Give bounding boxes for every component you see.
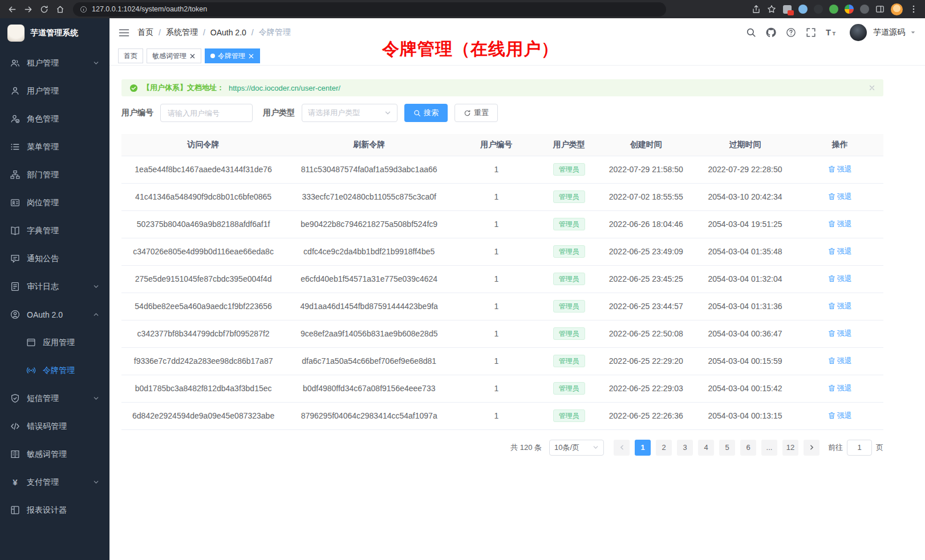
page-ellipsis[interactable]: ...: [761, 440, 777, 456]
user-type-select[interactable]: 请选择用户类型: [302, 104, 397, 122]
reset-button[interactable]: 重置: [455, 104, 498, 122]
address-bar[interactable]: 127.0.0.1:1024/system/oauth2/token: [73, 2, 666, 17]
tab-sensitive-word[interactable]: 敏感词管理: [147, 48, 201, 63]
sidebar-item-sms[interactable]: 短信管理: [0, 384, 109, 412]
browser-home-button[interactable]: [52, 2, 67, 17]
extension-icon-1[interactable]: [782, 5, 792, 14]
browser-back-button[interactable]: [5, 2, 19, 17]
help-icon[interactable]: [786, 27, 796, 38]
page-button-6[interactable]: 6: [740, 440, 756, 456]
sidebar-item-role[interactable]: 角色管理: [0, 105, 109, 133]
force-logout-label: 强退: [837, 164, 852, 175]
alert-close-icon[interactable]: [869, 84, 875, 91]
sidebar-item-menu[interactable]: 菜单管理: [0, 133, 109, 161]
breadcrumb-item[interactable]: 系统管理: [166, 27, 198, 38]
expire-time-cell: 2054-03-04 01:31:36: [693, 293, 796, 320]
extension-icon-5[interactable]: [845, 5, 854, 14]
sidebar-toggle-button[interactable]: [119, 28, 129, 38]
search-icon[interactable]: [746, 27, 756, 38]
sidebar-item-tenant[interactable]: 租户管理: [0, 49, 109, 77]
sidebar-item-notice[interactable]: 通知公告: [0, 245, 109, 273]
sidebar-item-oauth2[interactable]: OAuth 2.0: [0, 301, 109, 328]
browser-forward-button[interactable]: [21, 2, 35, 17]
user-id-input[interactable]: [160, 104, 253, 122]
github-icon[interactable]: [766, 27, 776, 38]
sidebar-item-audit-log[interactable]: 审计日志: [0, 273, 109, 301]
force-logout-button[interactable]: 强退: [828, 192, 852, 202]
force-logout-button[interactable]: 强退: [828, 383, 852, 393]
sidebar-item-sensitive-word[interactable]: 敏感词管理: [0, 440, 109, 468]
force-logout-button[interactable]: 强退: [828, 246, 852, 257]
access-token-cell: 502375b8040a469a9b82188afdf6af1f: [121, 210, 285, 238]
search-submit-button[interactable]: 搜索: [404, 104, 448, 122]
tab-home[interactable]: 首页: [118, 48, 143, 63]
browser-profile-avatar[interactable]: [891, 3, 903, 15]
force-logout-button[interactable]: 强退: [828, 356, 852, 366]
font-size-icon[interactable]: TT: [826, 27, 838, 38]
bookmark-star-icon[interactable]: [767, 5, 776, 14]
sidebar-item-post[interactable]: 岗位管理: [0, 189, 109, 217]
next-page-button[interactable]: [804, 440, 819, 456]
sidebar-item-dict[interactable]: 字典管理: [0, 217, 109, 245]
breadcrumb-item[interactable]: 首页: [137, 27, 153, 38]
action-cell: 强退: [797, 238, 883, 265]
expire-time-cell: 2022-07-29 22:28:50: [693, 156, 796, 183]
tab-oauth2-token[interactable]: 令牌管理: [205, 48, 260, 63]
doc-link[interactable]: https://doc.iocoder.cn/user-center/: [229, 84, 340, 92]
extension-icon-4[interactable]: [829, 5, 838, 14]
caret-down-icon[interactable]: [910, 30, 916, 35]
browser-menu-icon[interactable]: [909, 5, 918, 14]
sidebar-item-pay[interactable]: ¥支付管理: [0, 468, 109, 496]
force-logout-button[interactable]: 强退: [828, 411, 852, 421]
page-button-4[interactable]: 4: [698, 440, 714, 456]
sidebar-item-oauth2-token[interactable]: 令牌管理: [0, 356, 109, 384]
force-logout-button[interactable]: 强退: [828, 219, 852, 229]
user-id-cell: 1: [453, 402, 539, 429]
action-cell: 强退: [797, 347, 883, 375]
create-time-cell: 2022-06-25 22:29:03: [598, 375, 693, 402]
info-icon: [80, 6, 87, 13]
page-button-12[interactable]: 12: [782, 440, 798, 456]
force-logout-button[interactable]: 强退: [828, 328, 852, 339]
action-cell: 强退: [797, 156, 883, 183]
prev-page-button[interactable]: [614, 440, 630, 456]
user-name[interactable]: 芋道源码: [873, 27, 905, 38]
breadcrumb-item[interactable]: OAuth 2.0: [210, 28, 246, 37]
app-logo[interactable]: 芋道管理系统: [0, 18, 109, 48]
extension-icon-3[interactable]: [814, 5, 823, 14]
force-logout-button[interactable]: 强退: [828, 274, 852, 284]
page-button-3[interactable]: 3: [677, 440, 693, 456]
extension-icon-2[interactable]: [798, 5, 808, 14]
access-token-cell: 6d842e2924594de9a09e45e087323abe: [121, 402, 285, 429]
sidebar: 芋道管理系统 租户管理用户管理角色管理菜单管理部门管理岗位管理字典管理通知公告审…: [0, 18, 109, 560]
page-size-select[interactable]: 10条/页: [549, 440, 604, 456]
chevron-right-icon: [809, 444, 815, 451]
tab-close-icon[interactable]: [248, 53, 254, 59]
page-button-1[interactable]: 1: [635, 440, 651, 456]
sidebar-item-error-code[interactable]: 错误码管理: [0, 412, 109, 440]
force-logout-button[interactable]: 强退: [828, 301, 852, 311]
tab-close-icon[interactable]: [189, 53, 196, 59]
senswords-icon: [10, 449, 20, 459]
sidebar-item-user[interactable]: 用户管理: [0, 77, 109, 105]
active-tab-dot: [210, 54, 215, 58]
user-avatar[interactable]: [850, 24, 867, 41]
force-logout-label: 强退: [837, 274, 852, 284]
page-button-5[interactable]: 5: [719, 440, 735, 456]
table-row: b0d1785bc3a8482f812db4a3f3bd15ecb0df4980…: [121, 375, 883, 402]
expire-time-cell: 2054-03-10 20:42:34: [693, 183, 796, 210]
access-token-cell: 54d6be82ee5a460a9aedc1f9bf223656: [121, 293, 285, 320]
sidebar-item-oauth2-app[interactable]: 应用管理: [0, 328, 109, 356]
sidebar-item-label: 短信管理: [27, 393, 59, 404]
page-button-2[interactable]: 2: [656, 440, 672, 456]
sidebar-item-dept[interactable]: 部门管理: [0, 161, 109, 189]
fullscreen-icon[interactable]: [806, 27, 816, 38]
extension-icon-6[interactable]: [860, 5, 869, 14]
sidebar-item-report-designer[interactable]: 报表设计器: [0, 496, 109, 524]
goto-page-input[interactable]: [847, 440, 872, 456]
force-logout-button[interactable]: 强退: [828, 164, 852, 175]
browser-reload-button[interactable]: [36, 2, 51, 17]
split-view-icon[interactable]: [875, 5, 885, 14]
share-icon[interactable]: [752, 5, 761, 14]
user-id-cell: 1: [453, 347, 539, 375]
